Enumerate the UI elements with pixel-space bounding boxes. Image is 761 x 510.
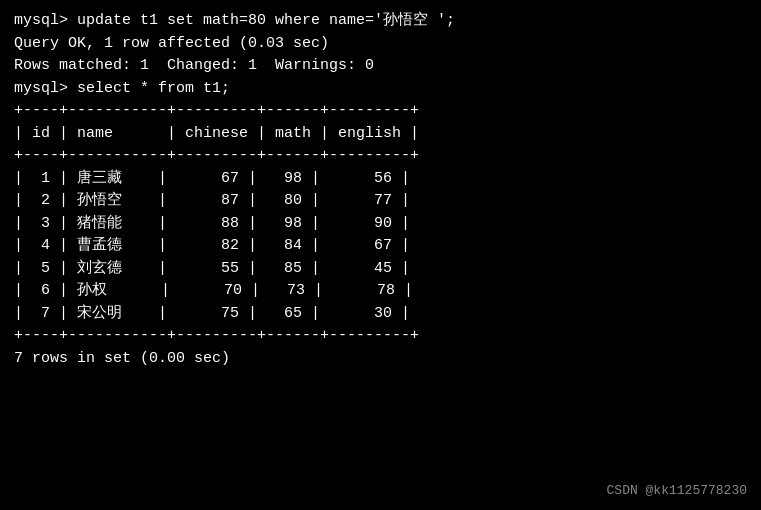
terminal: mysql> update t1 set math=80 where name=… bbox=[14, 10, 747, 500]
terminal-line: | 1 | 唐三藏 | 67 | 98 | 56 | bbox=[14, 168, 747, 191]
terminal-line: +----+-----------+---------+------+-----… bbox=[14, 100, 747, 123]
terminal-line: | 4 | 曹孟德 | 82 | 84 | 67 | bbox=[14, 235, 747, 258]
terminal-line: | id | name | chinese | math | english | bbox=[14, 123, 747, 146]
terminal-line: Rows matched: 1 Changed: 1 Warnings: 0 bbox=[14, 55, 747, 78]
terminal-line: | 6 | 孙权 | 70 | 73 | 78 | bbox=[14, 280, 747, 303]
terminal-line: Query OK, 1 row affected (0.03 sec) bbox=[14, 33, 747, 56]
terminal-line: | 5 | 刘玄德 | 55 | 85 | 45 | bbox=[14, 258, 747, 281]
terminal-line: | 2 | 孙悟空 | 87 | 80 | 77 | bbox=[14, 190, 747, 213]
terminal-line: mysql> select * from t1; bbox=[14, 78, 747, 101]
terminal-line: +----+-----------+---------+------+-----… bbox=[14, 145, 747, 168]
terminal-line: | 7 | 宋公明 | 75 | 65 | 30 | bbox=[14, 303, 747, 326]
terminal-line: +----+-----------+---------+------+-----… bbox=[14, 325, 747, 348]
terminal-output: mysql> update t1 set math=80 where name=… bbox=[14, 10, 747, 370]
terminal-line: | 3 | 猪悟能 | 88 | 98 | 90 | bbox=[14, 213, 747, 236]
watermark: CSDN @kk1125778230 bbox=[607, 481, 747, 501]
terminal-line: 7 rows in set (0.00 sec) bbox=[14, 348, 747, 371]
terminal-line: mysql> update t1 set math=80 where name=… bbox=[14, 10, 747, 33]
